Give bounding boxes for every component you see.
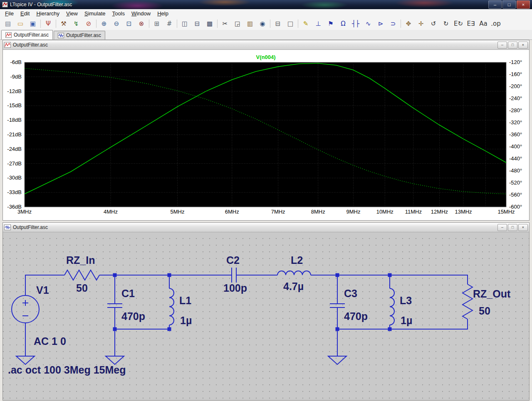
copy-button[interactable]: ◲ (231, 18, 244, 29)
tab-waveform[interactable]: OutputFilter.asc (1, 30, 53, 39)
move-button[interactable]: ✥ (402, 18, 415, 29)
menu-hierarchy[interactable]: Hierarchy (33, 10, 63, 17)
waveform-minimize-button[interactable]: – (497, 42, 507, 49)
grid-button[interactable]: ⊞ (151, 18, 163, 29)
place-capacitor-button[interactable]: ┤├ (349, 18, 362, 29)
place-resistor-button[interactable]: Ω (337, 18, 349, 29)
l1-label[interactable]: L1 (179, 295, 191, 306)
zoom-out-button[interactable]: ⊖ (110, 18, 123, 29)
print-button[interactable]: ⊟ (272, 18, 284, 29)
undo-button[interactable]: ↺ (427, 18, 440, 29)
menu-simulate[interactable]: Simulate (81, 10, 109, 17)
control-panel-button[interactable]: ⚒ (57, 18, 70, 29)
menu-edit[interactable]: Edit (17, 10, 33, 17)
schematic-close-button[interactable]: × (518, 224, 528, 231)
rz-out-symbol[interactable] (463, 284, 473, 319)
rz-in-symbol[interactable] (64, 270, 99, 280)
cut-button[interactable]: ✂ (219, 18, 231, 29)
rz-in-label[interactable]: RZ_In (66, 254, 95, 266)
cascade-windows-button[interactable]: ▩ (203, 18, 216, 29)
junction-node[interactable] (388, 273, 392, 277)
l3-value[interactable]: 1µ (401, 315, 412, 326)
schematic-canvas[interactable]: V1 AC 1 0 RZ_In 50 C1 470p L1 1µ C2 100p… (3, 232, 528, 400)
v1-label[interactable]: V1 (36, 284, 49, 296)
schematic-pane[interactable]: V1 AC 1 0 RZ_In 50 C1 470p L1 1µ C2 100p… (3, 232, 529, 400)
maximize-button[interactable]: □ (502, 0, 516, 9)
rz-in-value[interactable]: 50 (76, 282, 88, 294)
save-button[interactable]: ▣ (27, 18, 39, 29)
junction-node[interactable] (168, 327, 171, 331)
c3-value[interactable]: 470p (344, 310, 368, 322)
c1-symbol[interactable] (107, 304, 122, 308)
c2-label[interactable]: C2 (226, 254, 240, 266)
l1-symbol[interactable] (169, 288, 174, 325)
c1-value[interactable]: 470p (121, 310, 145, 322)
c2-symbol[interactable] (232, 268, 236, 283)
junction-node[interactable] (336, 327, 339, 331)
new-schematic-button[interactable]: ▤ (2, 18, 14, 29)
menu-view[interactable]: View (63, 10, 81, 17)
junction-node[interactable] (168, 273, 171, 277)
place-component-button[interactable]: ⊃ (387, 18, 399, 29)
trace-label[interactable]: V(n004) (256, 54, 276, 60)
rz-out-label[interactable]: RZ_Out (473, 288, 511, 300)
close-button[interactable]: × (517, 0, 530, 9)
junction-node[interactable] (113, 327, 117, 331)
drag-button[interactable]: ✛ (415, 18, 427, 29)
ground-symbol[interactable] (106, 356, 124, 364)
place-ground-button[interactable]: ⊥ (312, 18, 324, 29)
paste-button[interactable]: ▥ (244, 18, 256, 29)
minimize-button[interactable]: – (488, 0, 502, 9)
tile-horizontal-button[interactable]: ⊟ (191, 18, 203, 29)
spice-directive-text[interactable]: .ac oct 100 3Meg 15Meg (8, 364, 126, 376)
place-label-button[interactable]: ⚑ (324, 18, 337, 29)
waveform-maximize-button[interactable]: □ (508, 42, 517, 49)
waveform-pane[interactable]: V(n004) -6dB-9dB-12dB-15dB-18dB-21dB-24d… (3, 50, 529, 220)
menu-window[interactable]: Window (128, 10, 154, 17)
redo-button[interactable]: ↻ (440, 18, 452, 29)
schematic-maximize-button[interactable]: □ (508, 224, 517, 231)
c3-label[interactable]: C3 (344, 288, 357, 299)
draw-wire-button[interactable]: ✎ (299, 18, 312, 29)
find-button[interactable]: ◉ (256, 18, 269, 29)
l2-value[interactable]: 4.7µ (283, 280, 304, 292)
v1-value[interactable]: AC 1 0 (34, 335, 66, 347)
print-preview-button[interactable]: □ (284, 18, 297, 29)
halt-button[interactable]: ⊘ (82, 18, 95, 29)
l1-value[interactable]: 1µ (180, 315, 192, 326)
menu-tools[interactable]: Tools (109, 10, 128, 17)
ground-symbol[interactable] (16, 356, 35, 364)
zoom-fit-button[interactable]: ⊗ (135, 18, 148, 29)
probe-button[interactable]: Ψ (42, 18, 54, 29)
l3-label[interactable]: L3 (400, 295, 412, 306)
v1-symbol[interactable] (12, 295, 39, 323)
spice-directive-button[interactable]: .op (490, 18, 502, 29)
mirror-button[interactable]: E∃ (465, 18, 477, 29)
junction-node[interactable] (388, 327, 392, 331)
zoom-in-button[interactable]: ⊕ (98, 18, 110, 29)
junction-node[interactable] (336, 273, 339, 277)
menu-file[interactable]: File (2, 10, 17, 17)
waveform-close-button[interactable]: × (518, 42, 528, 49)
rz-out-value[interactable]: 50 (479, 305, 490, 317)
text-button[interactable]: Aa (477, 18, 490, 29)
c3-symbol[interactable] (330, 304, 345, 308)
c1-label[interactable]: C1 (121, 288, 135, 299)
l2-symbol[interactable] (277, 271, 311, 275)
menu-help[interactable]: Help (154, 10, 172, 17)
l3-symbol[interactable] (390, 288, 394, 325)
tab-schematic[interactable]: OutputFilter.asc (54, 31, 105, 39)
ground-symbol[interactable] (328, 356, 346, 364)
waveform-window-titlebar[interactable]: OutputFilter.asc – □ × (3, 40, 529, 50)
rotate-button[interactable]: E↻ (452, 18, 465, 29)
snap-button[interactable]: # (163, 18, 176, 29)
zoom-area-button[interactable]: ⊡ (123, 18, 135, 29)
schematic-minimize-button[interactable]: – (497, 224, 507, 231)
schematic-window-titlebar[interactable]: OutputFilter.asc – □ × (3, 223, 529, 232)
place-diode-button[interactable]: ⊳ (374, 18, 387, 29)
place-inductor-button[interactable]: ∿ (362, 18, 374, 29)
run-button[interactable]: ↯ (70, 18, 82, 29)
open-file-button[interactable]: ▭ (14, 18, 27, 29)
c2-value[interactable]: 100p (223, 282, 247, 294)
tile-vertical-button[interactable]: ◫ (178, 18, 191, 29)
